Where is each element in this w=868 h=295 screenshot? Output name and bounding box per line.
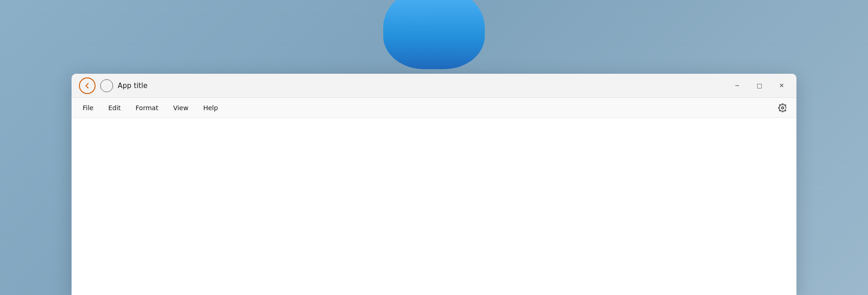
blob-decoration <box>383 0 485 69</box>
menu-item-file[interactable]: File <box>75 101 101 114</box>
app-title: App title <box>118 82 148 90</box>
settings-icon <box>778 103 787 112</box>
menu-item-edit[interactable]: Edit <box>101 101 128 114</box>
maximize-button[interactable]: □ <box>752 78 767 93</box>
svg-point-0 <box>782 106 784 108</box>
menu-bar: File Edit Format View Help <box>72 98 796 118</box>
menu-item-format[interactable]: Format <box>128 101 166 114</box>
title-bar: App title − □ ✕ <box>72 74 796 98</box>
content-area <box>72 118 796 295</box>
back-button[interactable] <box>79 77 96 94</box>
settings-button[interactable] <box>774 100 791 116</box>
window-controls: − □ ✕ <box>730 78 789 93</box>
back-icon <box>83 82 91 90</box>
menu-item-help[interactable]: Help <box>196 101 225 114</box>
menu-item-view[interactable]: View <box>166 101 196 114</box>
close-button[interactable]: ✕ <box>774 78 789 93</box>
menu-bar-left: File Edit Format View Help <box>75 101 774 114</box>
minimize-button[interactable]: − <box>730 78 745 93</box>
app-window: App title − □ ✕ File Edit Format View He… <box>72 74 796 295</box>
app-icon <box>100 79 113 92</box>
title-bar-left: App title <box>79 77 730 94</box>
